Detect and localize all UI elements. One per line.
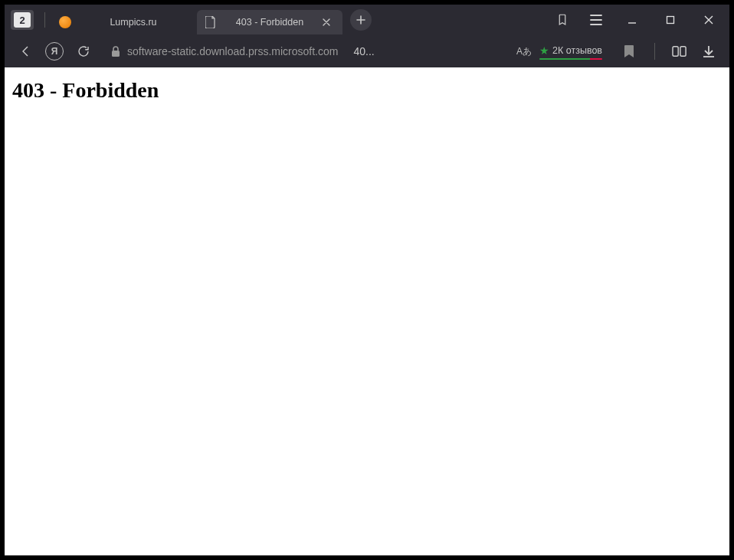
extensions-button[interactable] [667,38,693,64]
orange-circle-icon [59,16,71,28]
svg-rect-2 [673,47,678,57]
svg-rect-1 [112,51,120,57]
tab-403-forbidden[interactable]: 403 - Forbidden [197,10,342,34]
url-input[interactable]: software-static.download.prss.microsoft.… [104,39,608,64]
bookmark-page-button[interactable] [616,38,642,64]
close-icon[interactable] [319,15,333,29]
home-tabs-button[interactable]: 2 [11,10,34,30]
yandex-icon: Я [45,42,64,61]
bookmarks-icon[interactable] [547,8,578,31]
downloads-button[interactable] [696,38,722,64]
tab-lumpics[interactable]: Lumpics.ru [51,10,197,34]
window-close-button[interactable] [691,6,726,34]
titlebar-actions [547,6,726,34]
titlebar: 2 Lumpics.ru 403 - Forbidden [5,5,729,35]
translate-icon[interactable]: Aあ [516,45,532,58]
tab-strip: Lumpics.ru 403 - Forbidden [51,5,547,35]
menu-icon[interactable] [581,8,611,31]
document-icon [205,16,217,28]
svg-rect-3 [680,47,686,57]
reviews-text: 2К отзывов [552,45,602,56]
tab-title: Lumpics.ru [79,17,188,28]
url-host: software-static.download.prss.microsoft.… [127,45,338,57]
yandex-home-button[interactable]: Я [41,38,67,64]
window-maximize-button[interactable] [653,6,688,34]
addressbar: Я software-static.download.prss.microsof… [5,35,729,67]
new-tab-button[interactable] [350,9,372,31]
error-heading: 403 - Forbidden [12,78,722,103]
url-page-title: 40... [353,45,374,57]
reviews-indicator[interactable]: ★ 2К отзывов [539,45,602,57]
svg-rect-0 [667,17,674,24]
tab-count-badge: 2 [14,12,31,28]
window-minimize-button[interactable] [614,6,650,34]
back-button[interactable] [12,38,38,64]
page-content: 403 - Forbidden [5,67,729,555]
toolbar-divider [645,38,664,64]
reload-button[interactable] [70,38,97,64]
tab-title: 403 - Forbidden [224,17,315,28]
browser-window: 2 Lumpics.ru 403 - Forbidden [5,5,729,555]
star-icon: ★ [539,45,549,56]
divider [44,12,45,28]
lock-icon [110,45,121,57]
